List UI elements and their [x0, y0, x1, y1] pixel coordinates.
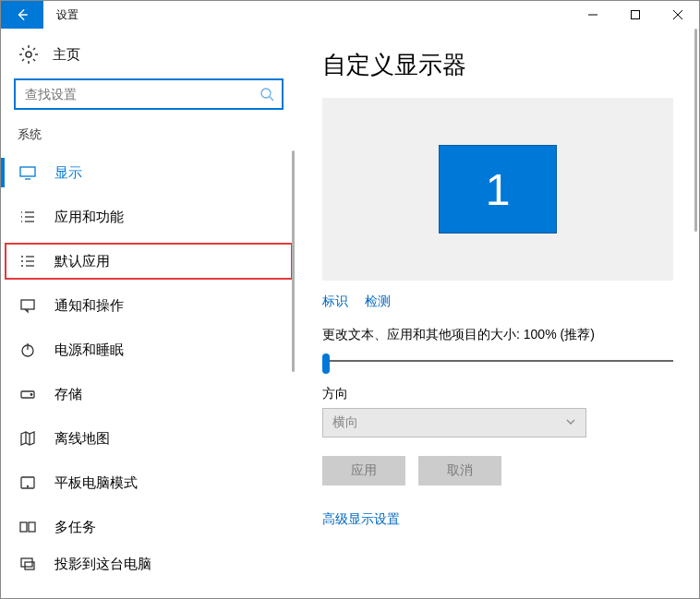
svg-rect-16 — [20, 167, 35, 176]
monitor-tile[interactable]: 1 — [439, 145, 557, 234]
orientation-select[interactable]: 横向 — [322, 408, 586, 437]
sidebar-item-label: 平板电脑模式 — [54, 474, 138, 492]
sidebar-scrollbar-thumb[interactable] — [292, 150, 295, 372]
multitask-icon — [19, 519, 36, 535]
main-scrollbar-thumb[interactable] — [694, 29, 697, 232]
window-title: 设置 — [43, 1, 91, 29]
map-icon — [19, 430, 36, 447]
sidebar-item-label: 多任务 — [54, 519, 96, 536]
tablet-icon — [19, 474, 36, 491]
sidebar-item-offline-maps[interactable]: 离线地图 — [1, 416, 296, 461]
sidebar-item-label: 存储 — [54, 386, 82, 403]
back-button[interactable] — [1, 1, 43, 29]
sidebar-item-label: 默认应用 — [54, 253, 110, 270]
back-arrow-icon — [16, 8, 29, 21]
scale-slider[interactable] — [322, 349, 673, 371]
project-icon — [19, 556, 36, 572]
minimize-icon — [588, 10, 597, 19]
gear-icon — [19, 45, 38, 64]
sidebar-section-label: 系统 — [1, 126, 296, 150]
sidebar-item-apps[interactable]: 应用和功能 — [1, 195, 296, 239]
sidebar-item-label: 显示 — [54, 164, 82, 182]
page-title: 自定义显示器 — [322, 49, 673, 81]
search-box[interactable] — [14, 78, 284, 110]
sidebar-item-multitask[interactable]: 多任务 — [1, 505, 296, 549]
search-icon — [259, 87, 274, 102]
svg-rect-40 — [29, 522, 35, 532]
sidebar-scrollbar[interactable] — [292, 150, 295, 598]
svg-point-34 — [30, 394, 32, 396]
orientation-value: 横向 — [332, 414, 358, 431]
search-input[interactable] — [23, 86, 259, 102]
sidebar-item-label: 通知和操作 — [54, 297, 124, 315]
maximize-button[interactable] — [614, 1, 657, 29]
home-label: 主页 — [53, 46, 80, 64]
advanced-display-link[interactable]: 高级显示设置 — [322, 511, 673, 528]
home-button[interactable]: 主页 — [1, 29, 296, 78]
sidebar: 主页 系统 显示 — [1, 29, 296, 598]
identify-link[interactable]: 标识 — [322, 294, 348, 310]
sidebar-item-label: 电源和睡眠 — [54, 341, 124, 359]
sidebar-item-display[interactable]: 显示 — [1, 150, 296, 195]
cancel-button[interactable]: 取消 — [418, 456, 501, 485]
monitor-number: 1 — [486, 164, 511, 215]
minimize-button[interactable] — [572, 1, 614, 29]
sidebar-item-project[interactable]: 投影到这台电脑 — [1, 549, 296, 579]
main-content: 自定义显示器 1 标识 检测 更改文本、应用和其他项目的大小: 100% (推荐… — [296, 29, 699, 598]
titlebar: 设置 — [1, 1, 699, 29]
sidebar-item-default-apps[interactable]: 默认应用 — [1, 239, 296, 283]
sidebar-item-storage[interactable]: 存储 — [1, 372, 296, 416]
sidebar-item-power[interactable]: 电源和睡眠 — [1, 328, 296, 372]
orientation-label: 方向 — [322, 386, 673, 402]
main-scrollbar[interactable] — [694, 29, 697, 598]
detect-link[interactable]: 检测 — [365, 294, 391, 310]
sidebar-item-tablet-mode[interactable]: 平板电脑模式 — [1, 461, 296, 505]
maximize-icon — [631, 10, 640, 19]
sidebar-item-notifications[interactable]: 通知和操作 — [1, 283, 296, 328]
svg-rect-30 — [21, 300, 34, 309]
sidebar-item-label: 离线地图 — [54, 430, 110, 448]
svg-point-14 — [261, 89, 271, 98]
slider-track — [330, 360, 673, 362]
apps-list-icon — [19, 209, 36, 225]
scale-label: 更改文本、应用和其他项目的大小: 100% (推荐) — [322, 327, 673, 343]
defaults-icon — [19, 253, 36, 270]
svg-line-12 — [33, 48, 35, 50]
svg-line-15 — [270, 97, 273, 101]
power-icon — [19, 341, 36, 358]
slider-thumb[interactable] — [322, 353, 330, 374]
chevron-down-icon — [565, 415, 576, 430]
svg-line-10 — [22, 48, 24, 50]
svg-rect-39 — [20, 522, 27, 532]
svg-line-11 — [33, 59, 35, 61]
sidebar-nav-list: 显示 应用和功能 默认应用 通知和操作 — [1, 150, 296, 579]
sidebar-item-label: 投影到这台电脑 — [54, 556, 151, 573]
svg-point-38 — [28, 486, 29, 487]
svg-rect-2 — [632, 11, 640, 19]
close-icon — [673, 10, 682, 19]
storage-icon — [19, 386, 36, 402]
display-preview[interactable]: 1 — [322, 98, 673, 281]
close-button[interactable] — [657, 1, 699, 29]
monitor-icon — [19, 164, 36, 181]
sidebar-item-label: 应用和功能 — [54, 209, 124, 226]
notifications-icon — [19, 297, 36, 314]
svg-line-13 — [22, 59, 24, 61]
svg-point-5 — [26, 52, 31, 57]
apply-button[interactable]: 应用 — [322, 456, 405, 485]
